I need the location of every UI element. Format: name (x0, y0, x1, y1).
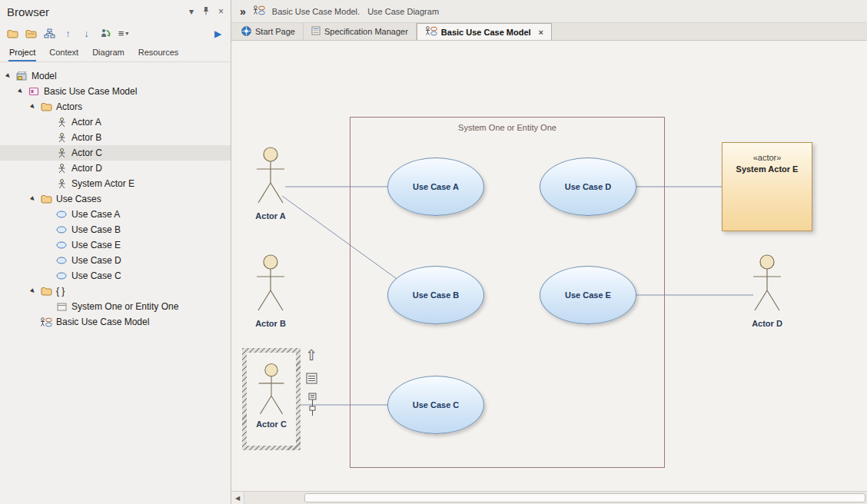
close-tab-icon[interactable]: × (539, 28, 543, 37)
close-icon[interactable]: × (218, 6, 224, 17)
folder-icon (38, 102, 54, 111)
tree-item-actor-d[interactable]: Actor D (0, 161, 231, 176)
menu-caret-icon: ▾ (125, 30, 128, 37)
use-case-diagram-icon (253, 5, 265, 17)
breadcrumb-model: Basic Use Case Model. (272, 7, 360, 16)
project-tree: ▶ Model ▶ Basic Use Case Model ▶ Actors (0, 62, 231, 504)
open-folder-icon[interactable] (25, 27, 37, 41)
chevron-down-icon[interactable]: ▾ (189, 6, 194, 17)
use-case-diagram-icon (425, 26, 437, 38)
document-tab-bar: Start Page Specification Manager Basic U… (231, 23, 867, 41)
browser-tab-diagram[interactable]: Diagram (91, 44, 125, 61)
actor-icon (54, 179, 69, 189)
actor-icon (54, 148, 69, 158)
hierarchy-icon[interactable] (44, 27, 55, 41)
expand-toolbar-icon[interactable]: ▶ (212, 27, 224, 41)
scroll-left-icon[interactable]: ◀ (231, 492, 244, 504)
workspace: » Basic Use Case Model. Use Case Diagram… (231, 0, 867, 504)
stereotype-label: «actor» (722, 153, 812, 162)
breadcrumb: Basic Use Case Model. Use Case Diagram (272, 7, 439, 16)
tree-item-use-case-c[interactable]: Use Case C (0, 268, 231, 284)
menu-icon[interactable]: ≡▾ (118, 27, 129, 41)
actor-icon (54, 118, 69, 128)
tree-item-braces-package[interactable]: ▶ { } (0, 284, 231, 299)
tree-item-use-case-e[interactable]: Use Case E (0, 237, 231, 253)
actor-d[interactable]: Actor D (750, 254, 784, 328)
actor-b[interactable]: Actor B (254, 254, 287, 328)
expand-arrow-icon[interactable]: ▶ (28, 104, 38, 110)
tab-basic-use-case-model[interactable]: Basic Use Case Model × (417, 23, 552, 40)
use-case-d[interactable]: Use Case D (540, 158, 636, 216)
actor-a[interactable]: Actor A (254, 146, 287, 220)
scrollbar-thumb[interactable] (304, 493, 865, 502)
use-case-diagram-icon (38, 317, 54, 327)
tab-start-page[interactable]: Start Page (234, 23, 304, 40)
locate-element-icon[interactable] (99, 27, 111, 41)
tree-item-use-case-a[interactable]: Use Case A (0, 207, 231, 222)
browser-tab-project[interactable]: Project (8, 44, 36, 61)
expand-arrow-icon[interactable]: ▶ (15, 88, 26, 94)
pin-icon[interactable] (202, 6, 210, 18)
tree-item-basic-use-case-model[interactable]: ▶ Basic Use Case Model (0, 84, 231, 99)
hidden-panels-chevron-icon[interactable]: » (240, 5, 246, 18)
tree-item-actor-b[interactable]: Actor B (0, 130, 231, 145)
horizontal-scrollbar[interactable]: ◀ (231, 491, 867, 504)
expand-arrow-icon[interactable]: ▶ (3, 73, 14, 79)
actor-figure-icon (750, 254, 784, 315)
browser-tab-context[interactable]: Context (48, 44, 79, 61)
workspace-topbar: » Basic Use Case Model. Use Case Diagram (231, 0, 867, 23)
browser-header: Browser ▾ × (0, 0, 231, 23)
tree-item-use-cases[interactable]: ▶ Use Cases (0, 191, 231, 207)
actor-icon (54, 133, 69, 143)
use-case-c[interactable]: Use Case C (387, 376, 484, 434)
move-up-icon[interactable]: ↑ (62, 27, 74, 41)
tree-item-use-case-b[interactable]: Use Case B (0, 222, 231, 237)
breadcrumb-diagram: Use Case Diagram (367, 7, 439, 16)
use-case-b[interactable]: Use Case B (387, 266, 484, 324)
use-case-icon (54, 211, 69, 218)
browser-toolbar: ↑ ↓ ≡▾ ▶ (0, 23, 231, 44)
quicklink-up-arrow-icon[interactable]: ⇧ (305, 346, 317, 364)
tree-item-use-case-diagram[interactable]: Basic Use Case Model (0, 314, 231, 330)
expand-arrow-icon[interactable]: ▶ (28, 196, 38, 202)
use-case-icon (54, 226, 69, 234)
system-boundary-label: System One or Entity One (350, 123, 664, 132)
system-actor-e[interactable]: «actor» System Actor E (722, 142, 812, 231)
actor-figure-icon (254, 254, 287, 315)
diagram-canvas[interactable]: System One or Entity One Use Case A Use … (231, 41, 867, 491)
browser-tab-bar: Project Context Diagram Resources (0, 44, 231, 62)
tree-item-model[interactable]: ▶ Model (0, 68, 231, 84)
specification-manager-icon (311, 26, 321, 37)
tree-item-system-actor-e[interactable]: System Actor E (0, 176, 231, 191)
use-case-icon (54, 257, 69, 264)
actor-c[interactable]: Actor C (247, 353, 296, 446)
actor-figure-icon (256, 362, 287, 419)
tab-specification-manager[interactable]: Specification Manager (304, 23, 417, 40)
tree-item-system-one-boundary[interactable]: System One or Entity One (0, 299, 231, 314)
system-actor-name: System Actor E (722, 164, 812, 174)
view-icon (26, 87, 42, 96)
tree-item-actor-a[interactable]: Actor A (0, 114, 231, 130)
use-case-icon (54, 272, 69, 280)
move-down-icon[interactable]: ↓ (81, 27, 92, 41)
use-case-icon (54, 241, 69, 249)
browser-title: Browser (7, 5, 189, 18)
quicklink-list-icon[interactable] (306, 373, 317, 384)
actor-icon (54, 164, 69, 174)
use-case-e[interactable]: Use Case E (540, 266, 636, 324)
tree-item-actors[interactable]: ▶ Actors (0, 99, 231, 114)
use-case-a[interactable]: Use Case A (387, 158, 484, 216)
quicklink-connector-icon[interactable] (306, 393, 318, 417)
selection-hatch-border[interactable]: Actor C (242, 348, 301, 450)
application-window: Browser ▾ × ↑ ↓ (0, 0, 867, 504)
tree-item-actor-c[interactable]: Actor C (0, 145, 231, 161)
folder-icon (38, 287, 54, 296)
browser-tab-resources[interactable]: Resources (138, 44, 180, 61)
expand-arrow-icon[interactable]: ▶ (28, 288, 38, 294)
tree-item-use-case-d[interactable]: Use Case D (0, 253, 231, 268)
new-package-icon[interactable] (7, 27, 18, 41)
actor-figure-icon (254, 146, 287, 207)
browser-panel: Browser ▾ × ↑ ↓ (0, 0, 231, 504)
folder-icon (38, 194, 54, 204)
boundary-icon (54, 303, 69, 311)
